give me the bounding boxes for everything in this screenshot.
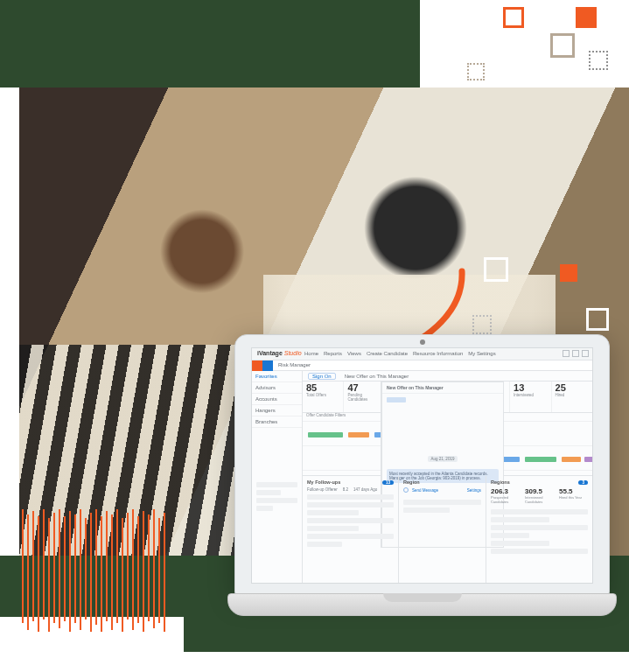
region-pane: Region Send Message Settings bbox=[399, 476, 486, 583]
nav-item[interactable]: Create Candidate bbox=[367, 351, 408, 356]
deco-square-filled-orange bbox=[576, 7, 597, 28]
kpi-card[interactable]: 13Interviewed bbox=[510, 382, 551, 412]
window-maximize-icon[interactable] bbox=[572, 350, 579, 357]
kpi-card[interactable]: 47Pending Candidates bbox=[344, 382, 385, 412]
timeline-bar[interactable] bbox=[348, 432, 369, 438]
timeline-bar[interactable] bbox=[525, 457, 556, 462]
nav-item[interactable]: Home bbox=[304, 351, 318, 356]
top-green-band bbox=[0, 0, 420, 88]
left-rail-item[interactable]: Hangers bbox=[252, 405, 302, 416]
window-close-icon[interactable] bbox=[582, 350, 589, 357]
mini-value: 206.3 bbox=[491, 487, 520, 495]
deco-square-outline-tan bbox=[550, 33, 575, 58]
timeline-bar[interactable] bbox=[562, 457, 581, 462]
laptop-mockup: iVantage Studio Home Reports Views Creat… bbox=[227, 334, 617, 649]
followups-count-badge: 13 bbox=[382, 480, 394, 485]
region-title: Region bbox=[403, 480, 420, 485]
kpi-label: Interviewed bbox=[514, 393, 547, 397]
kpi-value: 25 bbox=[556, 383, 589, 393]
deco-square-dotted-gray bbox=[589, 51, 608, 70]
date-chip: Aug 21, 2019 bbox=[428, 456, 458, 462]
nav-item[interactable]: My Settings bbox=[468, 351, 495, 356]
tab-active[interactable]: Risk Manager bbox=[273, 360, 316, 370]
product-suffix: Studio bbox=[284, 350, 302, 356]
left-rail-item[interactable]: Advisors bbox=[252, 382, 302, 394]
kpi-card[interactable]: 85Total Offers bbox=[303, 382, 344, 412]
info-strip: Sign On New Offer on This Manager bbox=[303, 371, 592, 382]
window-minimize-icon[interactable] bbox=[563, 350, 570, 357]
mini-label: Interviewed Candidates bbox=[525, 495, 554, 504]
left-rail-item[interactable]: Branches bbox=[252, 416, 302, 428]
mini-label: Prospected Candidates bbox=[491, 495, 520, 504]
kpi-value: 47 bbox=[347, 383, 381, 393]
timeline-header-left: Offer Candidate Filters bbox=[306, 413, 346, 417]
nav-item[interactable]: Resource Information bbox=[413, 351, 463, 356]
followups-col: 147 days Ago bbox=[353, 487, 377, 492]
send-message-link[interactable]: Send Message bbox=[412, 488, 438, 493]
tab-strip: Risk Manager bbox=[252, 360, 592, 371]
kpi-card[interactable]: 25Hired bbox=[552, 382, 592, 412]
center-card-title: New Offer on This Manager bbox=[382, 382, 503, 394]
regions-count-badge: 3 bbox=[578, 480, 588, 485]
deco-square-outline-orange bbox=[503, 7, 524, 28]
mini-label: Hired this Year bbox=[559, 495, 588, 500]
lower-left-narrow bbox=[252, 476, 303, 583]
nav-item[interactable]: Reports bbox=[324, 351, 342, 356]
info-strip-label: New Offer on This Manager bbox=[345, 374, 409, 379]
sign-on-pill[interactable]: Sign On bbox=[308, 373, 336, 380]
chip-icon bbox=[387, 397, 406, 402]
kpi-label: Total Offers bbox=[306, 393, 339, 397]
followups-pane: My Follow-ups 13 Follow-up Offerer 8.2 1… bbox=[303, 476, 399, 583]
deco-square-filled-orange-small bbox=[560, 264, 577, 282]
timeline-bar[interactable] bbox=[308, 432, 343, 438]
kpi-label: Pending Candidates bbox=[347, 393, 381, 402]
send-message-icon bbox=[403, 487, 409, 493]
laptop-camera-dot bbox=[420, 340, 425, 345]
kpi-value: 13 bbox=[514, 383, 547, 393]
followups-col: Follow-up Offerer bbox=[307, 487, 338, 492]
app-nav: Home Reports Views Create Candidate Reso… bbox=[304, 351, 496, 356]
followups-col: 8.2 bbox=[343, 487, 348, 492]
laptop-hinge-notch bbox=[383, 593, 462, 602]
deco-square-outline-white-right bbox=[586, 308, 609, 331]
nav-item[interactable]: Views bbox=[347, 351, 361, 356]
app-screen: iVantage Studio Home Reports Views Creat… bbox=[251, 347, 593, 584]
kpi-label: Hired bbox=[556, 393, 589, 397]
tab-color-icon[interactable] bbox=[262, 360, 273, 371]
window-controls bbox=[563, 350, 589, 357]
left-rail-item[interactable]: Accounts bbox=[252, 394, 302, 405]
tab-color-icon[interactable] bbox=[252, 360, 262, 371]
deco-square-dotted-small bbox=[467, 63, 485, 80]
mini-value: 309.5 bbox=[525, 487, 554, 495]
regions-title: Regions bbox=[491, 480, 510, 485]
lower-panes: My Follow-ups 13 Follow-up Offerer 8.2 1… bbox=[252, 476, 592, 583]
timeline-bar[interactable] bbox=[584, 457, 593, 462]
kpi-value: 85 bbox=[306, 383, 339, 393]
deco-square-dotted-gray-mid bbox=[472, 315, 492, 334]
product-brand: iVantage bbox=[257, 350, 283, 356]
app-top-bar: iVantage Studio Home Reports Views Creat… bbox=[252, 348, 592, 360]
regions-summary-pane: Regions 3 206.3Prospected Candidates 309… bbox=[486, 476, 592, 583]
deco-square-outline-white bbox=[484, 257, 508, 282]
product-logo: iVantage Studio bbox=[257, 350, 302, 356]
mini-value: 55.5 bbox=[559, 487, 588, 495]
settings-link[interactable]: Settings bbox=[467, 488, 481, 493]
left-rail-item[interactable]: Favorites bbox=[252, 371, 302, 382]
followups-title: My Follow-ups bbox=[307, 480, 340, 485]
